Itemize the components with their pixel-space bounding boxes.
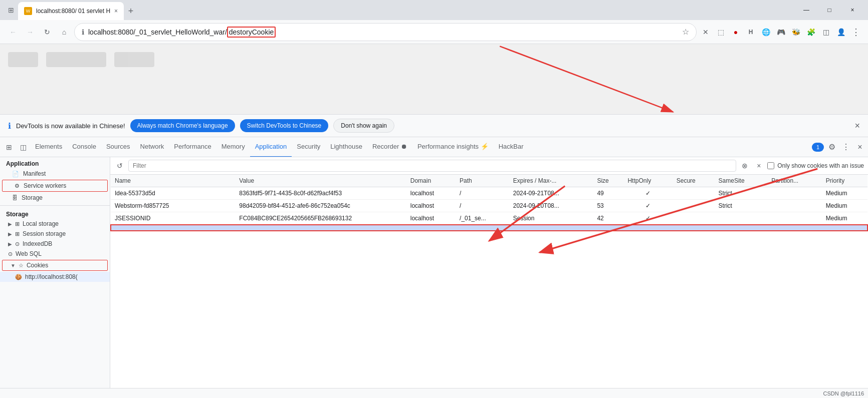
filter-close-icon[interactable]: × [753, 160, 764, 171]
extension-icon-4[interactable]: H [745, 26, 757, 38]
cell-domain [406, 225, 456, 231]
devtools-notifications-badge[interactable]: 1 [812, 143, 824, 152]
tab-perf-insights[interactable]: Performance insights ⚡ [412, 137, 494, 157]
extension-icon-7[interactable]: 🐝 [790, 26, 802, 38]
col-path: Path [456, 175, 509, 187]
issue-filter-text: Only show cookies with an issue [777, 162, 864, 169]
session-storage-icon: ⊞ [15, 231, 20, 237]
tab-memory[interactable]: Memory [216, 137, 250, 157]
minimize-button[interactable]: — [795, 2, 818, 18]
extension-icon-3[interactable]: ● [730, 26, 742, 38]
storage-label: Storage [22, 194, 43, 201]
tab-console[interactable]: Console [67, 137, 101, 157]
web-sql-label: Web SQL [16, 250, 42, 257]
cell-name: JSESSIONID [111, 212, 235, 225]
table-row[interactable] [111, 225, 867, 231]
cookies-expand-icon: ▼ [11, 263, 16, 268]
session-storage-label: Session storage [23, 230, 66, 237]
browser-tab[interactable]: W localhost:8080/ 01 servlet H × [18, 2, 124, 20]
cell-path: / [456, 200, 509, 212]
cell-partition [767, 200, 822, 212]
col-size: Size [593, 175, 623, 187]
sidebar-item-service-workers[interactable]: ⚙ Service workers [2, 180, 108, 192]
extension-icon-2[interactable]: ⬚ [715, 26, 727, 38]
profile-icon[interactable]: ⊞ [4, 3, 18, 17]
table-row[interactable]: JSESSIONIDFC084BC89CE2654205665FB2686931… [111, 212, 867, 225]
tab-application[interactable]: Application [250, 137, 292, 157]
filter-clear-icon[interactable]: ⊗ [739, 160, 750, 171]
tab-sources[interactable]: Sources [101, 137, 135, 157]
tab-recorder[interactable]: Recorder ⏺ [367, 137, 412, 157]
extensions-button[interactable]: 🧩 [805, 26, 817, 38]
cell-expires: Session [509, 212, 593, 225]
table-row[interactable]: Idea-55373d5d8363fdf5-9f71-4435-8c0f-d62… [111, 187, 867, 200]
cell-priority: Medium [822, 212, 867, 225]
address-bar[interactable]: ℹ localhost:8080/_01_servlet_HelloWorld_… [74, 23, 697, 41]
secure-icon: ℹ [82, 28, 84, 36]
maximize-button[interactable]: □ [818, 2, 841, 18]
sidebar-item-web-sql[interactable]: ⊙ Web SQL [0, 249, 110, 259]
reload-button[interactable]: ↻ [40, 25, 54, 39]
notification-btn3[interactable]: Don't show again [333, 119, 394, 133]
col-expires: Expires / Max-... [509, 175, 593, 187]
indexeddb-icon: ⊙ [15, 241, 20, 247]
expand-icon: ▶ [8, 221, 12, 227]
menu-button[interactable]: ⋮ [850, 26, 862, 38]
back-button[interactable]: ← [6, 25, 20, 39]
devtools-close-icon[interactable]: × [854, 141, 866, 153]
profile-button[interactable]: 👤 [835, 26, 847, 38]
sidebar-item-manifest[interactable]: 📄 Manifest [0, 168, 110, 179]
cell-secure [673, 212, 715, 225]
tab-lighthouse[interactable]: Lighthouse [325, 137, 367, 157]
sidebar-item-session-storage[interactable]: ▶ ⊞ Session storage [0, 229, 110, 239]
extension-icon-1[interactable]: ✕ [700, 26, 712, 38]
table-row[interactable]: Webstorm-fd85772598d42059-bf84-4512-afe6… [111, 200, 867, 212]
issue-filter-checkbox[interactable] [767, 162, 774, 169]
cell-value: 8363fdf5-9f71-4435-8c0f-d62f9acf4f53 [235, 187, 406, 200]
cell-httponly: ✓ [623, 200, 672, 212]
devtools-more-icon[interactable]: ⋮ [840, 141, 852, 153]
col-secure: Secure [673, 175, 715, 187]
extension-icon-5[interactable]: 🌐 [760, 26, 772, 38]
devtools-panel-icon1[interactable]: ⊞ [2, 140, 16, 154]
bookmark-icon[interactable]: ☆ [682, 27, 689, 37]
notification-close-icon[interactable]: × [854, 121, 860, 131]
sidebar-item-localhost[interactable]: 🍪 http://localhost:808( [0, 272, 110, 282]
tab-network[interactable]: Network [135, 137, 169, 157]
cell-name: Idea-55373d5d [111, 187, 235, 200]
cell-partition [767, 187, 822, 200]
issue-filter-checkbox-label[interactable]: Only show cookies with an issue [767, 162, 864, 169]
tab-hackbar[interactable]: HackBar [494, 137, 529, 157]
tab-close-icon[interactable]: × [114, 8, 118, 15]
tab-elements[interactable]: Elements [30, 137, 67, 157]
tab-performance[interactable]: Performance [169, 137, 216, 157]
cell-expires: 2024-09-20T08... [509, 200, 593, 212]
sidebar-item-cookies[interactable]: ▼ ☆ Cookies [2, 260, 108, 271]
col-domain: Domain [406, 175, 456, 187]
cell-samesite [715, 225, 768, 231]
cell-httponly: ✓ [623, 187, 672, 200]
cell-expires: 2024-09-21T08... [509, 187, 593, 200]
devtools-panel-icon2[interactable]: ◫ [16, 140, 30, 154]
new-tab-button[interactable]: + [124, 4, 138, 18]
col-httponly: HttpOnly [623, 175, 672, 187]
devtools-sidebar: Application 📄 Manifest ⚙ Service workers… [0, 157, 110, 388]
sidebar-item-storage[interactable]: 🗄 Storage [0, 192, 110, 203]
notification-btn2[interactable]: Switch DevTools to Chinese [240, 119, 329, 132]
sidebar-item-indexeddb[interactable]: ▶ ⊙ IndexedDB [0, 239, 110, 249]
notification-btn1[interactable]: Always match Chrome's language [130, 119, 235, 132]
home-button[interactable]: ⌂ [57, 25, 71, 39]
forward-button[interactable]: → [23, 25, 37, 39]
devtools-settings-icon[interactable]: ⚙ [826, 141, 838, 153]
close-button[interactable]: × [841, 2, 864, 18]
sidebar-item-local-storage[interactable]: ▶ ⊞ Local storage [0, 219, 110, 229]
filter-input[interactable] [128, 160, 736, 172]
refresh-button[interactable]: ↺ [114, 160, 125, 171]
tab-security[interactable]: Security [292, 137, 325, 157]
extension-icon-6[interactable]: 🎮 [775, 26, 787, 38]
cell-domain: localhost [406, 187, 456, 200]
cookies-label: Cookies [27, 262, 48, 269]
col-priority: Priority [822, 175, 867, 187]
sidebar-button[interactable]: ◫ [820, 26, 832, 38]
local-storage-label: Local storage [23, 220, 59, 227]
